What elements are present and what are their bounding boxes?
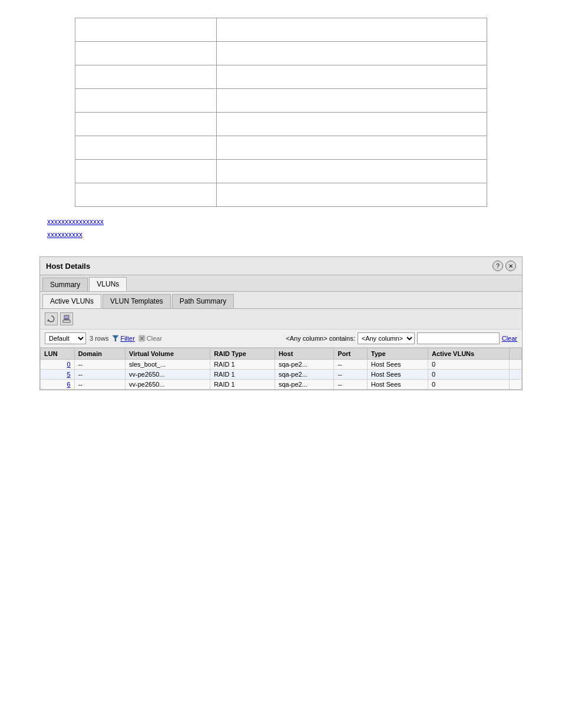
filter-right: <Any column> contains: <Any column> Clea… bbox=[286, 332, 517, 344]
table-row bbox=[75, 65, 487, 89]
col-active-vluns: Active VLUNs bbox=[428, 348, 510, 360]
link-2[interactable]: xxxxxxxxxx bbox=[47, 230, 82, 239]
top-table-cell-left bbox=[75, 89, 217, 113]
cell-port: -- bbox=[334, 380, 368, 390]
top-table-cell-left bbox=[75, 113, 217, 136]
cell-raid-type: RAID 1 bbox=[210, 370, 275, 380]
help-icon[interactable]: ? bbox=[492, 261, 503, 271]
cell-raid-type: RAID 1 bbox=[210, 360, 275, 370]
svg-marker-0 bbox=[47, 319, 49, 321]
cell-lun[interactable]: 6 bbox=[41, 380, 75, 390]
top-table-cell-right bbox=[216, 113, 487, 136]
filter-clear-link[interactable]: Clear bbox=[138, 335, 162, 342]
svg-rect-1 bbox=[63, 320, 70, 322]
col-port: Port bbox=[334, 348, 368, 360]
vlun-table: LUN Domain Virtual Volume RAID Type Host… bbox=[40, 348, 522, 390]
top-table-cell-left bbox=[75, 160, 217, 183]
top-table-cell-left bbox=[75, 183, 217, 207]
col-type: Type bbox=[367, 348, 428, 360]
top-table-cell-left bbox=[75, 42, 217, 65]
top-table-cell-right bbox=[216, 136, 487, 160]
top-table bbox=[75, 18, 487, 207]
sub-tabs-bar: Active VLUNs VLUN Templates Path Summary bbox=[40, 292, 522, 309]
col-host: Host bbox=[275, 348, 333, 360]
export-icon bbox=[62, 315, 71, 323]
cell-empty bbox=[509, 370, 521, 380]
top-table-cell-right bbox=[216, 42, 487, 65]
sub-tab-active-vluns[interactable]: Active VLUNs bbox=[42, 294, 101, 308]
table-container: LUN Domain Virtual Volume RAID Type Host… bbox=[40, 348, 522, 390]
table-row bbox=[75, 18, 487, 42]
cell-lun[interactable]: 0 bbox=[41, 360, 75, 370]
col-domain: Domain bbox=[74, 348, 125, 360]
host-details-header: Host Details ? ✕ bbox=[40, 257, 522, 275]
cell-active-vluns: 0 bbox=[428, 370, 510, 380]
cell-active-vluns: 0 bbox=[428, 360, 510, 370]
table-body: 0--sles_boot_...RAID 1sqa-pe2...--Host S… bbox=[41, 360, 522, 390]
top-table-cell-right bbox=[216, 160, 487, 183]
host-details-panel: Host Details ? ✕ Summary VLUNs Active VL… bbox=[39, 256, 523, 390]
svg-rect-3 bbox=[65, 318, 68, 319]
svg-marker-4 bbox=[113, 335, 118, 341]
filter-link[interactable]: Filter bbox=[112, 335, 134, 342]
close-icon[interactable]: ✕ bbox=[505, 261, 516, 271]
clear-icon bbox=[138, 335, 146, 342]
filter-input[interactable] bbox=[417, 332, 500, 344]
cell-empty bbox=[509, 360, 521, 370]
sub-tab-vlun-templates[interactable]: VLUN Templates bbox=[103, 294, 171, 308]
link-1[interactable]: xxxxxxxxxxxxxxxx bbox=[47, 218, 104, 226]
table-row bbox=[75, 136, 487, 160]
column-filter-select[interactable]: <Any column> bbox=[358, 332, 415, 344]
table-row bbox=[75, 113, 487, 136]
col-virtual-volume: Virtual Volume bbox=[125, 348, 210, 360]
refresh-button[interactable] bbox=[45, 312, 58, 325]
top-table-cell-left bbox=[75, 65, 217, 89]
col-raid-type: RAID Type bbox=[210, 348, 275, 360]
cell-type: Host Sees bbox=[367, 370, 428, 380]
cell-virtual-volume: vv-pe2650... bbox=[125, 370, 210, 380]
tab-summary[interactable]: Summary bbox=[42, 278, 88, 291]
top-table-cell-left bbox=[75, 136, 217, 160]
cell-host: sqa-pe2... bbox=[275, 360, 333, 370]
link-row-1: xxxxxxxxxxxxxxxx bbox=[47, 218, 550, 226]
cell-port: -- bbox=[334, 360, 368, 370]
host-details-title: Host Details bbox=[46, 262, 90, 271]
cell-virtual-volume: sles_boot_... bbox=[125, 360, 210, 370]
cell-domain: -- bbox=[74, 380, 125, 390]
table-header-row: LUN Domain Virtual Volume RAID Type Host… bbox=[41, 348, 522, 360]
table-row bbox=[75, 89, 487, 113]
view-select[interactable]: Default bbox=[45, 332, 86, 344]
cell-type: Host Sees bbox=[367, 360, 428, 370]
table-row: 5--vv-pe2650...RAID 1sqa-pe2...--Host Se… bbox=[41, 370, 522, 380]
toolbar-row bbox=[40, 309, 522, 330]
cell-domain: -- bbox=[74, 370, 125, 380]
cell-domain: -- bbox=[74, 360, 125, 370]
row-count: 3 rows bbox=[90, 335, 108, 342]
table-row: 6--vv-pe2650...RAID 1sqa-pe2...--Host Se… bbox=[41, 380, 522, 390]
top-table-cell-right bbox=[216, 18, 487, 42]
refresh-icon bbox=[47, 315, 55, 323]
cell-port: -- bbox=[334, 370, 368, 380]
top-table-cell-right bbox=[216, 89, 487, 113]
cell-host: sqa-pe2... bbox=[275, 370, 333, 380]
sub-tab-path-summary[interactable]: Path Summary bbox=[172, 294, 234, 308]
top-table-cell-right bbox=[216, 183, 487, 207]
clear-right-button[interactable]: Clear bbox=[502, 335, 517, 342]
cell-empty bbox=[509, 380, 521, 390]
column-filter-label: <Any column> contains: bbox=[286, 335, 355, 342]
col-empty bbox=[509, 348, 521, 360]
table-row bbox=[75, 183, 487, 207]
links-area: xxxxxxxxxxxxxxxx xxxxxxxxxx bbox=[47, 218, 550, 239]
top-table-cell-right bbox=[216, 65, 487, 89]
cell-type: Host Sees bbox=[367, 380, 428, 390]
export-button[interactable] bbox=[60, 312, 73, 325]
table-row bbox=[75, 42, 487, 65]
cell-lun[interactable]: 5 bbox=[41, 370, 75, 380]
table-row bbox=[75, 160, 487, 183]
cell-active-vluns: 0 bbox=[428, 380, 510, 390]
top-table-cell-left bbox=[75, 18, 217, 42]
filter-row: Default 3 rows Filter Clear <Any column>… bbox=[40, 330, 522, 348]
main-tabs-bar: Summary VLUNs bbox=[40, 275, 522, 292]
tab-vluns[interactable]: VLUNs bbox=[89, 277, 127, 291]
col-lun: LUN bbox=[41, 348, 75, 360]
